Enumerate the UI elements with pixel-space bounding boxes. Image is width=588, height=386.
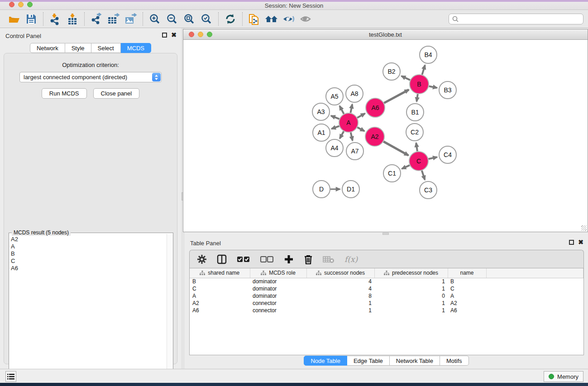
node-B1[interactable]: B1	[406, 104, 424, 121]
edge-B-B4[interactable]	[422, 65, 425, 75]
node-attribute-table[interactable]: shared nameMCDS rolesuccessor nodesprede…	[189, 268, 584, 355]
node-A5[interactable]: A5	[326, 88, 343, 105]
edge-A-A1[interactable]	[332, 126, 339, 129]
add-column-icon[interactable]	[284, 254, 294, 264]
select-all-attributes-icon[interactable]	[237, 256, 250, 262]
result-item[interactable]: C	[11, 257, 167, 265]
close-table-panel-icon[interactable]: ✖	[578, 240, 583, 245]
save-session-icon[interactable]	[24, 12, 39, 26]
cell-predecessor-nodes[interactable]: 1	[374, 278, 448, 285]
edge-C-C2[interactable]	[416, 143, 417, 151]
panel-divider-horizontal[interactable]	[382, 233, 389, 235]
column-header-successor-nodes[interactable]: successor nodes	[306, 268, 374, 278]
table-row[interactable]: Cdominator41C	[190, 285, 583, 292]
cell-name[interactable]: A2	[448, 300, 486, 307]
cell-name[interactable]: A6	[448, 307, 486, 314]
export-table-icon[interactable]	[106, 12, 121, 26]
refresh-icon[interactable]	[223, 12, 238, 26]
node-B[interactable]: B	[410, 75, 429, 94]
cell-successor-nodes[interactable]: 4	[306, 278, 374, 285]
node-A7[interactable]: A7	[346, 143, 363, 160]
node-A1[interactable]: A1	[313, 124, 330, 141]
column-header-MCDS-role[interactable]: MCDS role	[250, 268, 306, 278]
edge-B-B3[interactable]	[429, 86, 437, 88]
tab-mcds[interactable]: MCDS	[121, 43, 151, 53]
run-mcds-button[interactable]: Run MCDS	[42, 88, 87, 99]
node-C2[interactable]: C2	[406, 124, 423, 141]
cell-MCDS-role[interactable]: dominator	[250, 278, 306, 285]
cell-predecessor-nodes[interactable]: 1	[374, 285, 448, 292]
result-item[interactable]: A	[11, 243, 167, 250]
node-C1[interactable]: C1	[383, 165, 401, 182]
cell-successor-nodes[interactable]: 8	[306, 292, 374, 300]
cell-name[interactable]: C	[448, 285, 486, 292]
table-row[interactable]: Bdominator41B	[190, 278, 583, 285]
cell-predecessor-nodes[interactable]: 0	[374, 292, 448, 300]
edge-A-A7[interactable]	[351, 132, 353, 140]
zoom-in-icon[interactable]	[147, 12, 163, 26]
export-network-icon[interactable]	[89, 12, 104, 26]
float-table-panel-icon[interactable]	[569, 240, 574, 245]
edge-C-C3[interactable]	[422, 171, 425, 180]
networks-home-icon[interactable]	[264, 12, 279, 26]
cell-predecessor-nodes[interactable]: 1	[374, 307, 448, 314]
cell-name[interactable]: B	[448, 278, 486, 285]
cell-successor-nodes[interactable]: 1	[306, 300, 374, 307]
node-C[interactable]: C	[409, 152, 428, 171]
node-A2[interactable]: A2	[365, 127, 384, 146]
table-row[interactable]: A2connector11A2	[190, 300, 583, 307]
toggle-column-view-icon[interactable]	[217, 254, 227, 264]
zoom-selected-icon[interactable]	[199, 12, 214, 26]
cell-successor-nodes[interactable]: 4	[306, 285, 374, 292]
table-row[interactable]: Adominator80A	[190, 292, 583, 300]
close-panel-button[interactable]: Close panel	[93, 88, 140, 99]
edge-A-A5[interactable]	[339, 106, 344, 114]
column-header-name[interactable]: name	[448, 268, 486, 278]
delete-column-icon[interactable]	[304, 254, 313, 264]
optimization-criterion-select[interactable]: largest connected component (directed)	[19, 72, 162, 82]
zoom-fit-icon[interactable]	[182, 12, 197, 26]
task-history-button[interactable]	[5, 371, 16, 382]
result-item[interactable]: A6	[11, 265, 167, 272]
float-panel-icon[interactable]	[162, 33, 167, 38]
cell-MCDS-role[interactable]: connector	[250, 307, 306, 314]
cell-shared-name[interactable]: A	[190, 292, 250, 300]
tab-select[interactable]: Select	[91, 43, 121, 53]
network-graph[interactable]: B4B2BB3A5A8A6A3B1AA1C2A2A4A7C4CC1C3DD1	[183, 40, 588, 232]
edge-A6-B[interactable]	[384, 90, 409, 103]
cell-predecessor-nodes[interactable]: 1	[374, 300, 448, 307]
window-resize-grip[interactable]	[581, 225, 587, 231]
result-scrollbar[interactable]	[167, 234, 173, 386]
settings-gear-icon[interactable]	[197, 254, 207, 264]
duplicate-network-icon[interactable]	[247, 12, 262, 26]
node-A4[interactable]: A4	[326, 139, 343, 157]
edge-A2-C[interactable]	[383, 142, 408, 156]
node-A3[interactable]: A3	[312, 103, 330, 120]
edge-C-C4[interactable]	[428, 157, 437, 159]
search-input[interactable]	[459, 15, 583, 23]
result-item[interactable]: A2	[11, 236, 167, 243]
node-D[interactable]: D	[313, 181, 330, 198]
edge-A-A4[interactable]	[340, 131, 344, 138]
mcds-result-list[interactable]: A2ABCA6	[9, 234, 167, 386]
edge-A-A3[interactable]	[331, 116, 339, 119]
tab-motifs[interactable]: Motifs	[440, 356, 469, 366]
edge-A-A8[interactable]	[350, 105, 352, 113]
unselect-all-attributes-icon[interactable]	[260, 256, 274, 262]
import-network-icon[interactable]	[48, 12, 63, 26]
tab-edge-table[interactable]: Edge Table	[347, 356, 390, 366]
node-C3[interactable]: C3	[420, 181, 437, 199]
hide-selected-eye-icon[interactable]	[281, 12, 296, 26]
node-C4[interactable]: C4	[439, 146, 456, 163]
cell-shared-name[interactable]: A2	[190, 300, 250, 307]
result-item[interactable]: B	[11, 250, 167, 257]
export-image-icon[interactable]	[123, 12, 139, 26]
node-A8[interactable]: A8	[346, 85, 363, 102]
cell-MCDS-role[interactable]: connector	[250, 300, 306, 307]
cell-MCDS-role[interactable]: dominator	[250, 285, 306, 292]
cell-shared-name[interactable]: B	[190, 278, 250, 285]
edge-B-B1[interactable]	[416, 94, 417, 101]
open-session-icon[interactable]	[6, 12, 22, 26]
memory-button[interactable]: Memory	[544, 371, 583, 382]
column-header-shared-name[interactable]: shared name	[190, 268, 250, 278]
